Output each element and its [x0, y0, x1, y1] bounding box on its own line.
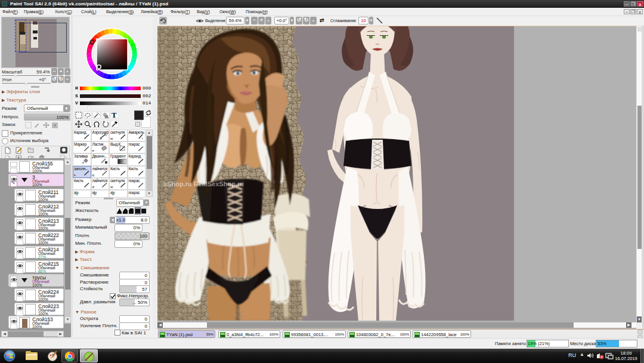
svg-text:xShop.ru RealSexShop.ru: xShop.ru RealSexShop.ru	[163, 180, 244, 187]
